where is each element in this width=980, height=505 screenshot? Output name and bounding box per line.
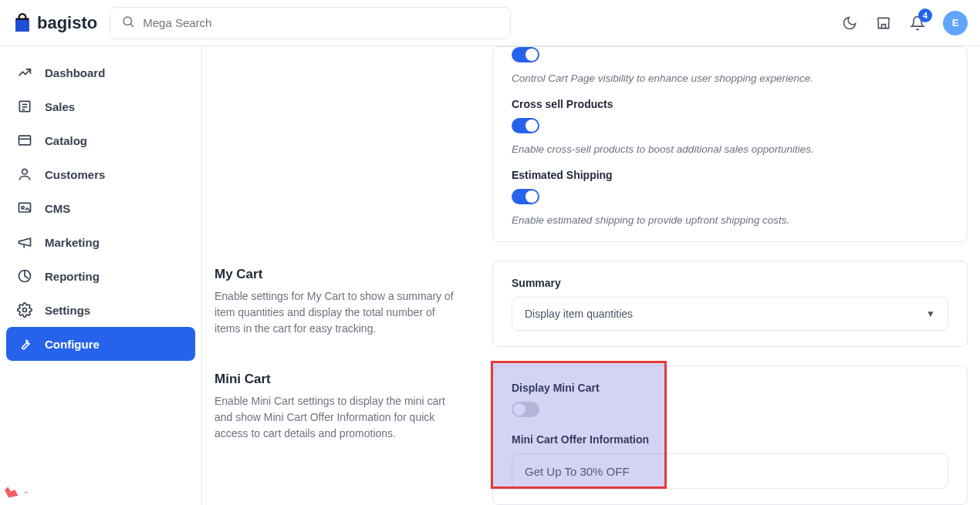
sidebar-item-label: Settings [45, 304, 90, 317]
summary-label: Summary [512, 277, 948, 289]
reporting-icon [17, 268, 32, 284]
cross-sell-label: Cross sell Products [512, 98, 948, 110]
sidebar-item-sales[interactable]: Sales [6, 89, 195, 123]
summary-select-value: Display item quantities [525, 308, 633, 320]
notification-badge: 4 [918, 8, 932, 22]
logo[interactable]: bagisto [12, 13, 97, 33]
svg-point-1 [123, 17, 132, 25]
wrench-icon [17, 336, 32, 352]
mini-cart-offer-input[interactable] [512, 453, 948, 489]
display-mini-cart-label: Display Mini Cart [512, 382, 948, 394]
brand-name: bagisto [37, 13, 97, 33]
mega-search[interactable] [110, 7, 511, 39]
sidebar-item-label: Reporting [45, 270, 100, 283]
svg-line-2 [131, 24, 133, 26]
avatar-initial: E [952, 17, 959, 29]
svg-rect-0 [15, 19, 29, 31]
mini-cart-card: Display Mini Cart Mini Cart Offer Inform… [492, 365, 968, 505]
sidebar-item-label: Marketing [45, 236, 100, 249]
sidebar-item-customers[interactable]: Customers [6, 157, 195, 191]
estimated-shipping-label: Estimated Shipping [512, 169, 948, 181]
mini-cart-offer-label: Mini Cart Offer Information [512, 433, 948, 446]
header-actions: 4 E [841, 11, 968, 35]
sidebar-item-label: Sales [45, 100, 75, 113]
dark-mode-icon[interactable] [841, 15, 858, 32]
sidebar-item-dashboard[interactable]: Dashboard [6, 56, 195, 89]
cart-visibility-toggle[interactable] [512, 47, 539, 62]
estimated-shipping-help: Enable estimated shipping to provide upf… [512, 214, 948, 226]
display-mini-cart-toggle[interactable] [512, 402, 539, 417]
bag-icon [12, 13, 32, 33]
sidebar-item-label: Catalog [45, 134, 87, 147]
mini-cart-desc: Enable Mini Cart settings to display the… [215, 393, 461, 442]
my-cart-desc: Enable settings for My Cart to show a su… [215, 288, 461, 337]
header: bagisto 4 E [0, 0, 980, 46]
marketing-icon [17, 234, 32, 250]
gear-icon [17, 302, 32, 318]
bell-icon[interactable]: 4 [909, 15, 926, 32]
sidebar: Dashboard Sales Catalog Customers CMS Ma… [0, 46, 202, 505]
cross-sell-toggle[interactable] [512, 118, 539, 133]
customers-icon [17, 167, 32, 182]
sidebar-item-cms[interactable]: CMS [6, 191, 195, 225]
chevron-down-icon: ▼ [926, 308, 935, 319]
sales-icon [17, 99, 32, 114]
mini-cart-title: Mini Cart [215, 372, 461, 387]
dashboard-icon [17, 65, 32, 80]
svg-point-13 [23, 308, 27, 312]
sidebar-item-label: Customers [45, 168, 105, 181]
sidebar-item-reporting[interactable]: Reporting [6, 259, 195, 293]
bl-dash: - [25, 486, 28, 497]
store-icon[interactable] [875, 15, 892, 32]
sidebar-item-marketing[interactable]: Marketing [6, 225, 195, 259]
shopping-cart-card: Control Cart Page visibility to enhance … [492, 46, 968, 242]
summary-select[interactable]: Display item quantities ▼ [512, 297, 948, 331]
laravel-icon: - [5, 483, 28, 500]
sidebar-item-label: CMS [45, 202, 70, 215]
sidebar-item-settings[interactable]: Settings [6, 293, 195, 327]
catalog-icon [17, 133, 32, 148]
avatar[interactable]: E [943, 11, 968, 35]
my-cart-title: My Cart [215, 267, 461, 282]
svg-rect-7 [19, 136, 31, 145]
sidebar-item-catalog[interactable]: Catalog [6, 123, 195, 157]
search-input[interactable] [143, 16, 499, 29]
svg-point-9 [22, 169, 28, 174]
cart-visibility-help: Control Cart Page visibility to enhance … [512, 72, 948, 84]
search-icon [121, 15, 135, 31]
estimated-shipping-toggle[interactable] [512, 189, 539, 204]
sidebar-item-label: Configure [45, 338, 100, 351]
cross-sell-help: Enable cross-sell products to boost addi… [512, 143, 948, 155]
svg-point-11 [22, 207, 24, 209]
sidebar-item-configure[interactable]: Configure [6, 327, 195, 361]
main-content: Control Cart Page visibility to enhance … [202, 46, 980, 505]
my-cart-card: Summary Display item quantities ▼ [492, 261, 968, 347]
sidebar-item-label: Dashboard [45, 66, 105, 79]
cms-icon [17, 200, 32, 216]
